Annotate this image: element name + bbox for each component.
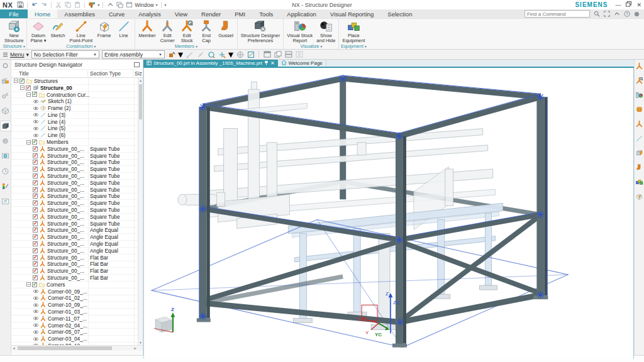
visibility-eye-icon[interactable] [33, 106, 39, 111]
checkbox[interactable] [33, 268, 38, 273]
checkbox[interactable] [33, 167, 38, 172]
fullscreen-icon[interactable] [603, 11, 610, 18]
tree-row-structure-00[interactable]: Structure_00_...Square Tube [11, 173, 143, 180]
checkbox[interactable] [33, 261, 38, 266]
tree-row-structure-00[interactable]: Structure_00_...Flat Bar [11, 275, 143, 282]
document-tab[interactable]: Welcome Page [278, 60, 326, 67]
checkbox[interactable] [33, 160, 38, 165]
ribbon-tab-view[interactable]: View [168, 9, 194, 18]
ribbon-tab-render[interactable]: Render [194, 9, 228, 18]
tree-row-structure-00[interactable]: Structure_00_...Angle Equal [11, 234, 143, 241]
graphics-window[interactable]: Z ZC X Y YC Z [143, 68, 634, 359]
ribbon-tab-selection[interactable]: Selection [380, 9, 419, 18]
tree-row-sketch-1[interactable]: Sketch (1) [11, 98, 143, 105]
visibility-eye-icon[interactable] [33, 112, 39, 118]
pin-tab-icon[interactable] [264, 60, 269, 67]
visual-stock-report-icon[interactable] [635, 90, 644, 99]
tree-row-structure-00[interactable]: Structure_00_...Flat Bar [11, 261, 143, 268]
checkbox[interactable] [33, 146, 38, 151]
visibility-eye-icon[interactable] [33, 133, 39, 138]
visibility-eye-icon[interactable] [33, 322, 39, 328]
frame-icon[interactable] [635, 192, 644, 200]
format-brush-icon[interactable] [88, 1, 96, 8]
gusset-icon[interactable] [635, 163, 644, 172]
checkbox[interactable] [33, 241, 38, 246]
visibility-eye-icon[interactable] [33, 336, 39, 342]
tree-row-structure-00[interactable]: Structure_00_...Square Tube [11, 153, 143, 160]
part-navigator-icon[interactable] [1, 106, 11, 116]
visibility-eye-icon[interactable] [33, 288, 39, 294]
visibility-eye-icon[interactable] [33, 126, 39, 131]
navigator-column-header[interactable]: Title Section Type Siz [11, 70, 143, 78]
checkbox[interactable] [32, 92, 37, 97]
checkbox[interactable] [33, 187, 38, 192]
group-caption[interactable]: Visualize ▾ [285, 43, 337, 50]
end-cap-button[interactable]: EndCap [197, 19, 216, 43]
tree-row-corner-00-09[interactable]: Corner-00_09_... [11, 288, 143, 295]
tree-row-structure-00[interactable]: Structure_00_...Angle Equal [11, 228, 143, 234]
group-caption[interactable]: Members ▾ [136, 43, 236, 50]
paste-icon[interactable] [74, 1, 81, 8]
tree-row-line-6[interactable]: Line (6) [11, 132, 143, 139]
checkbox[interactable] [33, 248, 38, 253]
group-caption[interactable]: Equipment ▾ [340, 43, 367, 50]
wcs-icon[interactable] [236, 51, 244, 58]
maximize-view-icon[interactable] [263, 51, 271, 58]
window-menu-label[interactable]: Window [135, 2, 153, 8]
tree-row-corner-02-04[interactable]: Corner-02_04_... [11, 322, 143, 329]
tree-row-structure-00[interactable]: Structure_00_...Square Tube [11, 146, 143, 153]
tree-row-line-4[interactable]: Line (4) [11, 119, 143, 126]
roles-icon[interactable] [1, 197, 11, 206]
checkbox[interactable] [33, 153, 38, 158]
restore-button[interactable] [626, 1, 631, 8]
checkbox[interactable] [33, 180, 38, 185]
show-and-hide-button[interactable]: Showand Hide [314, 19, 337, 43]
tree-row-structure-00[interactable]: Structure_00_...Square Tube [11, 200, 143, 207]
end-cap-icon[interactable] [635, 148, 644, 157]
checkbox[interactable] [33, 221, 38, 226]
tree-row-structure-00[interactable]: Structure_00_...Angle Equal [11, 248, 143, 255]
checkbox[interactable] [33, 200, 38, 206]
stock-icon[interactable] [635, 105, 644, 114]
ribbon-tab-analysis[interactable]: Analysis [131, 9, 167, 18]
cut-icon[interactable] [55, 1, 62, 8]
place-equipment-button[interactable]: PlaceEquipment [340, 19, 367, 43]
expander-icon[interactable]: − [14, 79, 18, 83]
line-button[interactable]: Line [114, 19, 133, 43]
visibility-eye-icon[interactable] [33, 309, 39, 314]
checkbox[interactable] [26, 85, 31, 90]
visibility-eye-icon[interactable] [33, 315, 39, 321]
tree-row-corner-05-07[interactable]: Corner-05_07_... [11, 329, 143, 336]
member-alt-icon[interactable] [635, 119, 644, 128]
expander-icon[interactable]: − [26, 140, 31, 145]
tree-row-line-3[interactable]: Line (3) [11, 112, 143, 119]
window-icon[interactable] [125, 1, 133, 8]
visual-stock-report-button[interactable]: Visual StockReport [285, 19, 314, 43]
touch-mode-icon[interactable] [106, 1, 114, 8]
checkbox[interactable] [33, 275, 38, 280]
ribbon-tab-assemblies[interactable]: Assemblies [57, 9, 102, 18]
tree-row-corner-10-09[interactable]: Corner-10_09_... [11, 302, 143, 309]
checkbox[interactable] [33, 207, 38, 212]
selection-scope-dropdown[interactable]: Entire Assembly▼ [102, 50, 165, 58]
new-structure-button[interactable]: NewStructure [3, 19, 25, 43]
ribbon-tab-curve[interactable]: Curve [102, 9, 131, 18]
tree-row-structure-00[interactable]: Structure_00_...Flat Bar [11, 268, 143, 275]
process-studio-icon[interactable] [1, 167, 11, 176]
help-icon[interactable]: ? [623, 11, 630, 18]
line-icon[interactable] [635, 134, 644, 143]
expander-icon[interactable]: − [20, 85, 25, 90]
member-button[interactable]: Member [136, 19, 158, 43]
datum-plane-button[interactable]: DatumPlane ▾ [28, 19, 48, 43]
expander-icon[interactable]: − [26, 92, 31, 97]
visual-reports-icon[interactable] [1, 182, 11, 191]
checkbox[interactable] [33, 228, 38, 233]
tile-horizontal-icon[interactable] [284, 51, 292, 58]
cascade-view-icon[interactable] [274, 51, 282, 58]
ribbon-tab-application[interactable]: Application [280, 9, 323, 18]
snap-intersection-icon[interactable] [207, 51, 215, 58]
tree-row-members[interactable]: −Members [11, 139, 143, 146]
minimize-button[interactable]: — [615, 2, 621, 8]
save-icon[interactable] [16, 1, 24, 8]
tree-row-frame-2[interactable]: Frame (2) [11, 105, 143, 112]
